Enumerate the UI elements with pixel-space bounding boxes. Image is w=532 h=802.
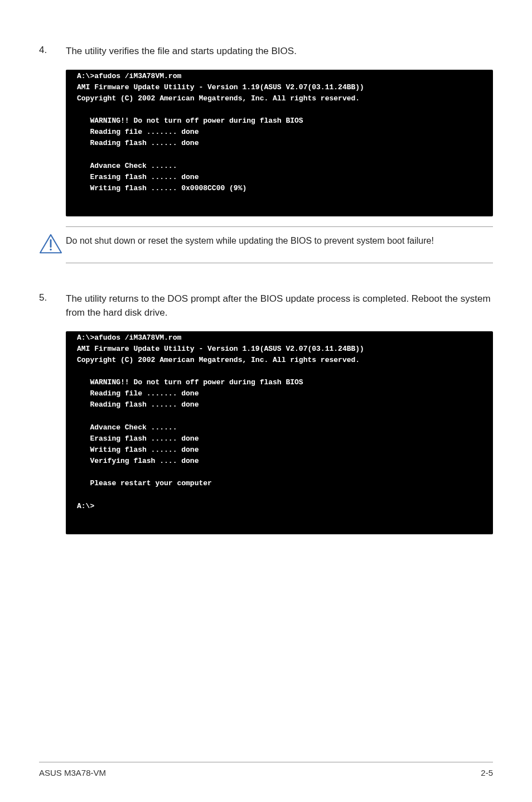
svg-point-2 (50, 249, 51, 250)
step-5: 5. The utility returns to the DOS prompt… (39, 292, 493, 320)
callout-rule (66, 263, 493, 263)
term1-line: Reading file ....... done (77, 128, 199, 136)
term2-line: Reading flash ...... done (77, 400, 199, 409)
step-4-number: 4. (39, 45, 66, 59)
step-5-text: The utility returns to the DOS prompt af… (66, 292, 493, 320)
term1-line: WARNING!! Do not turn off power during f… (77, 117, 303, 125)
warning-callout: Do not shut down or reset the system whi… (66, 226, 493, 263)
term1-line: Writing flash ...... 0x0008CC00 (9%) (77, 184, 246, 192)
step-5-number: 5. (39, 292, 66, 320)
footer-page-number: 2-5 (481, 768, 493, 777)
callout-rule (66, 226, 493, 227)
term2-line: A:\> (77, 502, 94, 510)
step-4: 4. The utility verifies the file and sta… (39, 45, 493, 59)
term2-line: AMI Firmware Update Utility - Version 1.… (77, 345, 364, 353)
footer-product: ASUS M3A78-VM (39, 768, 106, 777)
term1-line: A:\>afudos /iM3A78VM.rom (77, 72, 181, 80)
term2-line: Writing flash ...... done (77, 446, 199, 454)
step-4-text: The utility verifies the file and starts… (66, 45, 297, 59)
page-footer: ASUS M3A78-VM 2-5 (39, 762, 493, 777)
term1-line: AMI Firmware Update Utility - Version 1.… (77, 83, 364, 91)
term2-line: Advance Check ...... (77, 423, 177, 432)
term2-line: A:\>afudos /iM3A78VM.rom (77, 334, 181, 342)
term1-line: Erasing flash ...... done (77, 173, 199, 181)
term1-line: Reading flash ...... done (77, 139, 199, 147)
term1-line: Copyright (C) 2002 American Megatrends, … (77, 94, 360, 103)
term2-line: WARNING!! Do not turn off power during f… (77, 378, 303, 386)
terminal-output-2: A:\>afudos /iM3A78VM.rom AMI Firmware Up… (66, 331, 493, 534)
term2-line: Erasing flash ...... done (77, 434, 199, 443)
term1-line: Advance Check ...... (77, 162, 177, 170)
term2-line: Verifying flash .... done (77, 457, 199, 465)
terminal-output-1: A:\>afudos /iM3A78VM.rom AMI Firmware Up… (66, 70, 493, 217)
term2-line: Reading file ....... done (77, 389, 199, 398)
warning-icon (39, 234, 62, 255)
term2-line: Copyright (C) 2002 American Megatrends, … (77, 356, 360, 364)
warning-text: Do not shut down or reset the system whi… (66, 235, 434, 247)
term2-line: Please restart your computer (77, 479, 212, 487)
